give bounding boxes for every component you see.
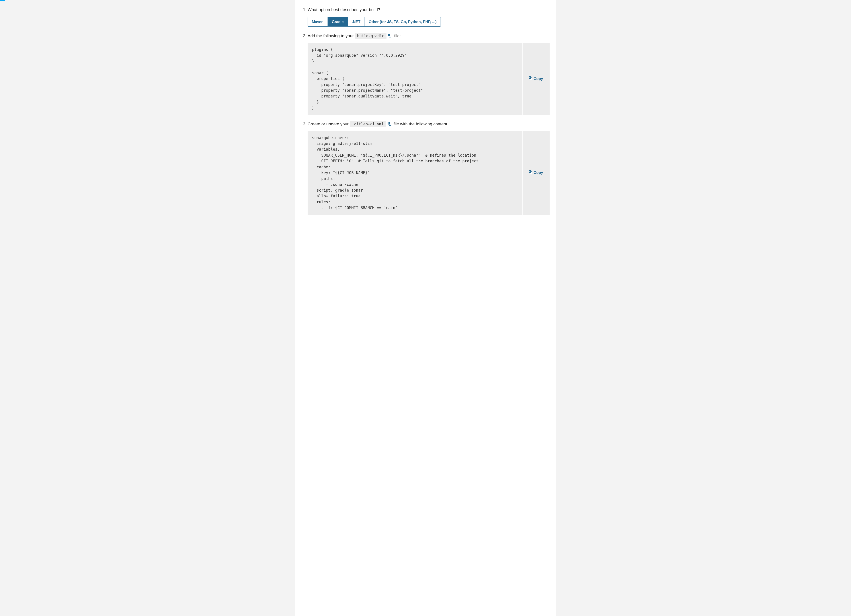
build-option-other[interactable]: Other (for JS, TS, Go, Python, PHP, ...) bbox=[365, 17, 441, 27]
content-page: What option best describes your build? M… bbox=[295, 0, 556, 616]
step-1-title: What option best describes your build? bbox=[308, 7, 380, 12]
step-3: Create or update your .gitlab-ci.yml fil… bbox=[308, 121, 550, 214]
copy-icon[interactable] bbox=[388, 34, 392, 38]
code-content-ci: sonarqube-check: image: gradle:jre11-sli… bbox=[308, 131, 522, 214]
step-3-filename: .gitlab-ci.yml bbox=[350, 121, 386, 127]
top-progress-indicator bbox=[0, 0, 5, 1]
step-1: What option best describes your build? M… bbox=[308, 7, 550, 27]
step-2-prefix: Add the following to your bbox=[308, 33, 355, 38]
copy-icon bbox=[529, 171, 532, 175]
copy-button-ci[interactable]: Copy bbox=[522, 131, 550, 214]
steps-list: What option best describes your build? M… bbox=[301, 7, 550, 214]
copy-label: Copy bbox=[534, 76, 543, 82]
copy-icon[interactable] bbox=[388, 123, 391, 126]
step-3-suffix: file with the following content. bbox=[394, 121, 448, 126]
copy-label: Copy bbox=[534, 170, 543, 176]
step-3-prefix: Create or update your bbox=[308, 121, 350, 126]
build-option-gradle[interactable]: Gradle bbox=[328, 17, 348, 27]
copy-button-gradle[interactable]: Copy bbox=[522, 43, 550, 115]
code-block-ci: sonarqube-check: image: gradle:jre11-sli… bbox=[308, 131, 550, 214]
build-option-group: Maven Gradle .NET Other (for JS, TS, Go,… bbox=[308, 17, 441, 27]
step-2-suffix: file: bbox=[394, 33, 401, 38]
copy-icon bbox=[529, 77, 532, 80]
code-block-gradle: plugins { id "org.sonarqube" version "4.… bbox=[308, 43, 550, 115]
build-option-maven[interactable]: Maven bbox=[308, 17, 328, 27]
build-option-dotnet[interactable]: .NET bbox=[348, 17, 365, 27]
step-2-filename: build.gradle bbox=[355, 33, 386, 39]
step-2: Add the following to your build.gradle f… bbox=[308, 33, 550, 115]
code-content-gradle: plugins { id "org.sonarqube" version "4.… bbox=[308, 43, 522, 115]
